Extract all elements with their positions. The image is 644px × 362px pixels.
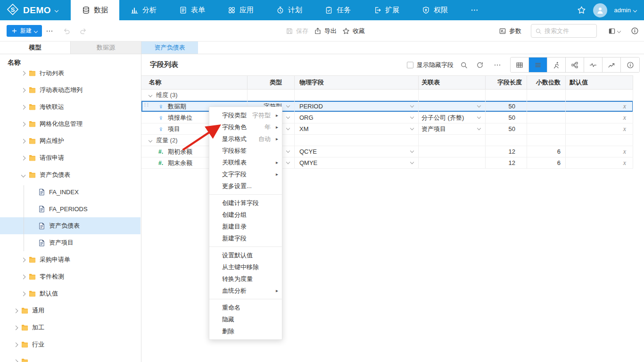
view-button-info[interactable] xyxy=(621,58,639,72)
menu-item-隐藏[interactable]: 隐藏 xyxy=(209,313,282,325)
layout-switch-button[interactable] xyxy=(608,20,620,41)
chevron-right-icon[interactable] xyxy=(21,139,26,143)
menu-item-删除[interactable]: 删除 xyxy=(209,325,282,337)
undo-button[interactable] xyxy=(62,20,71,41)
dropdown-chevron-icon[interactable] xyxy=(286,103,290,107)
nav-item-permission[interactable]: 权限 xyxy=(411,0,459,20)
chevron-right-icon[interactable] xyxy=(21,257,26,262)
tree-item-11[interactable]: 采购申请单 xyxy=(0,251,140,268)
view-button-relation[interactable] xyxy=(566,58,584,72)
tab-0[interactable]: 模型 xyxy=(0,41,71,54)
tree-item-16[interactable]: 行业 xyxy=(0,336,140,353)
column-header-4[interactable]: 字段长度 xyxy=(486,76,527,89)
tree-item-14[interactable]: 通用 xyxy=(0,302,140,319)
dropdown-chevron-icon[interactable] xyxy=(410,160,414,164)
help-info-button[interactable] xyxy=(631,20,639,41)
avatar[interactable] xyxy=(593,3,607,17)
group-row-0[interactable]: 维度 (3) xyxy=(141,90,633,101)
app-logo[interactable]: S DEMO xyxy=(0,0,71,20)
save-button[interactable]: 保存 xyxy=(286,20,308,41)
view-button-etl[interactable] xyxy=(547,58,566,72)
chevron-right-icon[interactable] xyxy=(14,359,18,362)
params-button[interactable]: 参数 xyxy=(499,20,521,41)
refresh-button[interactable] xyxy=(476,54,484,75)
menu-item-更多设置...[interactable]: 更多设置... xyxy=(209,180,282,192)
new-button[interactable]: 新建 xyxy=(7,25,42,37)
dropdown-chevron-icon[interactable] xyxy=(286,126,290,130)
menu-item-字段角色[interactable]: 字段角色年▸ xyxy=(209,121,282,133)
menu-item-关联维表[interactable]: 关联维表▸ xyxy=(209,156,282,168)
tree-item-17[interactable] xyxy=(0,353,140,362)
chevron-right-icon[interactable] xyxy=(21,156,26,160)
dropdown-chevron-icon[interactable] xyxy=(477,103,481,107)
tab-1[interactable]: 数据源 xyxy=(71,41,141,54)
menu-item-字段标签[interactable]: 字段标签 xyxy=(209,145,282,156)
field-search-button[interactable] xyxy=(460,54,468,75)
dropdown-chevron-icon[interactable] xyxy=(410,126,414,130)
view-button-trend[interactable] xyxy=(603,58,621,72)
favorites-star-icon[interactable] xyxy=(577,6,586,15)
dropdown-chevron-icon[interactable] xyxy=(286,148,290,152)
tree-item-1[interactable]: 浮动表动态增列 xyxy=(0,82,140,99)
nav-item-more[interactable] xyxy=(459,0,490,20)
column-header-0[interactable]: 名称 xyxy=(141,76,248,89)
dropdown-chevron-icon[interactable] xyxy=(286,115,290,118)
tree-item-4[interactable]: 网点维护 xyxy=(0,132,140,149)
chevron-right-icon[interactable] xyxy=(21,122,26,126)
chevron-right-icon[interactable] xyxy=(14,342,18,347)
dropdown-chevron-icon[interactable] xyxy=(410,103,414,107)
nav-item-extend[interactable]: 扩展 xyxy=(362,0,411,20)
menu-item-创建计算字段[interactable]: 创建计算字段 xyxy=(209,197,282,209)
tree-item-15[interactable]: 加工 xyxy=(0,319,140,336)
view-button-pulse[interactable] xyxy=(584,58,603,72)
menu-item-重命名[interactable]: 重命名 xyxy=(209,302,282,313)
dropdown-chevron-icon[interactable] xyxy=(477,126,481,130)
tree-item-8[interactable]: FA_PERIODS xyxy=(0,200,140,217)
drag-handle-icon[interactable]: ⋮⋮ xyxy=(143,103,149,107)
tree-item-10[interactable]: 资产项目 xyxy=(0,234,140,251)
nav-item-plan[interactable]: 计划 xyxy=(265,0,314,20)
menu-item-新建目录[interactable]: 新建目录 xyxy=(209,221,282,232)
tree-item-0[interactable]: 行动列表 xyxy=(0,71,140,82)
menu-item-文字字段[interactable]: 文字字段▸ xyxy=(209,168,282,180)
tree-item-3[interactable]: 网格化信息管理 xyxy=(0,115,140,132)
dropdown-chevron-icon[interactable] xyxy=(410,148,414,152)
dropdown-chevron-icon[interactable] xyxy=(477,115,481,118)
menu-item-设置默认值[interactable]: 设置默认值 xyxy=(209,249,282,261)
menu-item-血统分析[interactable]: 血统分析▸ xyxy=(209,285,282,296)
menu-item-转换为度量[interactable]: 转换为度量 xyxy=(209,273,282,285)
chevron-right-icon[interactable] xyxy=(21,291,26,296)
tree-item-6[interactable]: 资产负债表 xyxy=(0,166,140,183)
search-input[interactable] xyxy=(545,27,593,34)
dropdown-chevron-icon[interactable] xyxy=(410,115,414,118)
chevron-down-icon[interactable] xyxy=(21,173,26,177)
tab-2[interactable]: 资产负债表 xyxy=(141,41,198,54)
show-hidden-fields-toggle[interactable]: 显示隐藏字段 xyxy=(407,54,454,75)
view-button-table-view[interactable] xyxy=(511,58,529,72)
chevron-right-icon[interactable] xyxy=(21,88,26,92)
tree-item-7[interactable]: FA_INDEX xyxy=(0,183,140,200)
tree-item-12[interactable]: 零件检测 xyxy=(0,268,140,285)
nav-item-task[interactable]: 任务 xyxy=(314,0,362,20)
nav-item-form[interactable]: 表单 xyxy=(168,0,216,20)
tree-item-13[interactable]: 默认值 xyxy=(0,285,140,302)
nav-item-chart[interactable]: 分析 xyxy=(119,0,168,20)
user-menu[interactable]: admin xyxy=(614,7,636,14)
chevron-right-icon[interactable] xyxy=(21,71,26,75)
export-button[interactable]: 导出 xyxy=(314,20,337,41)
chevron-down-icon[interactable] xyxy=(149,138,152,142)
favorite-button[interactable]: 收藏 xyxy=(342,20,365,41)
toolbar-more-button[interactable] xyxy=(45,20,54,41)
column-header-2[interactable]: 物理字段 xyxy=(295,76,419,89)
tree-item-5[interactable]: 请假申请 xyxy=(0,149,140,166)
tree-item-2[interactable]: 海铁联运 xyxy=(0,99,140,115)
nav-item-apps[interactable]: 应用 xyxy=(216,0,265,20)
menu-item-新建字段[interactable]: 新建字段 xyxy=(209,232,282,244)
panel-more-button[interactable] xyxy=(493,54,502,75)
dropdown-chevron-icon[interactable] xyxy=(286,160,290,164)
column-header-5[interactable]: 小数位数 xyxy=(527,76,566,89)
menu-item-创建分组[interactable]: 创建分组 xyxy=(209,209,282,221)
redo-button[interactable] xyxy=(79,20,88,41)
column-header-1[interactable]: 类型 xyxy=(248,76,295,89)
nav-item-database[interactable]: 数据 xyxy=(71,0,119,20)
